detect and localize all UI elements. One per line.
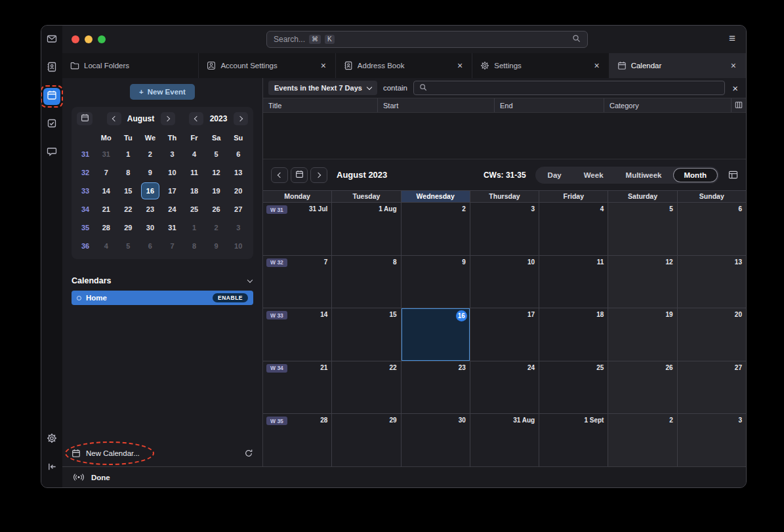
calendar-list-item-home[interactable]: Home ENABLE (72, 291, 253, 305)
new-calendar-button[interactable]: New Calendar... (86, 449, 140, 457)
month-cell[interactable]: W 3314 (263, 308, 332, 361)
tab-close-icon[interactable]: × (592, 60, 600, 71)
today-button[interactable] (291, 167, 308, 183)
mini-calendar-day[interactable]: 12 (208, 165, 225, 180)
month-cell[interactable]: W 3528 (263, 414, 332, 466)
mini-calendar-day[interactable]: 27 (230, 201, 247, 217)
month-day-header[interactable]: Wednesday (402, 191, 470, 202)
view-option-week[interactable]: Week (573, 169, 614, 182)
mini-calendar-day[interactable]: 19 (208, 183, 225, 199)
month-cell[interactable]: 2 (402, 203, 470, 255)
mini-calendar-day[interactable]: 20 (230, 183, 247, 199)
view-option-multiweek[interactable]: Multiweek (615, 169, 672, 182)
month-cell[interactable]: 24 (470, 361, 539, 414)
mini-calendar-day[interactable]: 21 (98, 201, 115, 217)
month-cell[interactable]: 18 (539, 308, 608, 361)
tab-close-icon[interactable]: × (320, 60, 327, 71)
month-cell[interactable]: 30 (402, 414, 470, 466)
mini-calendar-day[interactable]: 25 (186, 201, 203, 217)
mini-calendar-day[interactable]: 4 (186, 146, 203, 162)
event-table-body[interactable] (263, 113, 746, 159)
month-cell[interactable]: 29 (332, 414, 401, 466)
mini-calendar-day[interactable]: 1 (119, 146, 136, 162)
sidebar-address-book-button[interactable] (43, 60, 60, 77)
mini-calendar-day[interactable]: 26 (208, 201, 225, 217)
month-cell[interactable]: 9 (402, 256, 470, 308)
month-cell[interactable]: 1 Aug (332, 203, 401, 255)
column-end[interactable]: End (495, 98, 604, 112)
mini-calendar-day[interactable]: 15 (119, 183, 136, 199)
mini-calendar-day[interactable]: 5 (119, 238, 136, 254)
mini-calendar-day[interactable]: 11 (186, 165, 203, 180)
minimize-window-button[interactable] (85, 35, 93, 43)
month-day-header[interactable]: Sunday (678, 191, 746, 202)
next-period-button[interactable] (310, 167, 327, 183)
month-cell[interactable]: 16 (402, 308, 470, 361)
column-category[interactable]: Category (604, 98, 732, 112)
month-cell[interactable]: 3 (678, 414, 746, 466)
mini-calendar-day[interactable]: 3 (230, 220, 247, 235)
month-cell[interactable]: 6 (678, 203, 746, 255)
mini-calendar-day[interactable]: 31 (163, 220, 180, 235)
app-menu-icon[interactable]: ≡ (729, 32, 735, 45)
month-day-header[interactable]: Monday (263, 191, 332, 202)
month-cell[interactable]: 5 (608, 203, 677, 255)
mini-calendar-day[interactable]: 13 (230, 165, 247, 180)
view-option-day[interactable]: Day (537, 169, 572, 182)
month-cell[interactable]: 17 (470, 308, 539, 361)
month-cell[interactable]: 12 (608, 256, 677, 308)
sidebar-collapse-button[interactable] (43, 459, 60, 476)
sync-icon[interactable] (244, 449, 253, 458)
month-cell[interactable]: 8 (332, 256, 401, 308)
month-day-header[interactable]: Saturday (608, 191, 677, 202)
mini-calendar-day[interactable]: 6 (230, 146, 247, 162)
mini-calendar-day[interactable]: 8 (186, 238, 203, 254)
mini-calendar-day[interactable]: 22 (119, 201, 136, 217)
month-cell[interactable]: 19 (608, 308, 677, 361)
month-day-header[interactable]: Tuesday (332, 191, 401, 202)
calendar-icon[interactable] (72, 449, 81, 458)
month-cell[interactable]: 27 (678, 361, 746, 414)
column-start[interactable]: Start (378, 98, 495, 112)
event-search-field[interactable] (413, 81, 725, 95)
month-cell[interactable]: 1 Sept (539, 414, 608, 466)
tab-account-settings[interactable]: Account Settings × (199, 53, 335, 78)
mini-calendar-day[interactable]: 16 (142, 183, 159, 199)
mini-calendar-day[interactable]: 6 (142, 238, 159, 254)
mini-calendar-day[interactable]: 1 (186, 220, 203, 235)
month-cell[interactable]: 2 (608, 414, 677, 466)
next-month-button[interactable] (161, 112, 175, 125)
sidebar-tasks-button[interactable] (43, 116, 60, 133)
tab-address-book[interactable]: Address Book × (336, 53, 472, 78)
view-option-month[interactable]: Month (674, 169, 717, 182)
mini-calendar-day[interactable]: 9 (208, 238, 225, 254)
tab-close-icon[interactable]: × (730, 60, 737, 71)
mini-calendar-day[interactable]: 31 (98, 146, 115, 162)
sidebar-chat-button[interactable] (43, 144, 60, 161)
enable-badge[interactable]: ENABLE (213, 293, 248, 302)
mini-calendar-day[interactable]: 5 (208, 146, 225, 162)
tab-close-icon[interactable]: × (456, 60, 464, 71)
month-cell[interactable]: 22 (332, 361, 401, 414)
month-cell[interactable]: W 327 (263, 256, 332, 308)
mini-calendar-today-button[interactable] (77, 112, 93, 125)
column-picker-button[interactable] (732, 98, 746, 112)
mini-calendar-day[interactable]: 24 (163, 201, 180, 217)
mini-calendar-day[interactable]: 9 (142, 165, 159, 180)
maximize-window-button[interactable] (98, 35, 106, 43)
mini-calendar-day[interactable]: 10 (230, 238, 247, 254)
mini-calendar-day[interactable]: 2 (142, 146, 159, 162)
mini-calendar-day[interactable]: 28 (98, 220, 115, 235)
close-window-button[interactable] (72, 35, 79, 43)
mini-calendar-day[interactable]: 18 (186, 183, 203, 199)
month-cell[interactable]: 20 (678, 308, 746, 361)
month-day-header[interactable]: Friday (539, 191, 608, 202)
mini-calendar-day[interactable]: 3 (163, 146, 180, 162)
month-day-header[interactable]: Thursday (470, 191, 539, 202)
month-cell[interactable]: 4 (539, 203, 608, 255)
prev-month-button[interactable] (107, 112, 121, 125)
mini-calendar-day[interactable]: 14 (98, 183, 115, 199)
event-filter-dropdown[interactable]: Events in the Next 7 Days (268, 81, 377, 95)
mini-calendar-day[interactable]: 7 (98, 165, 115, 180)
mini-calendar-day[interactable]: 17 (163, 183, 180, 199)
